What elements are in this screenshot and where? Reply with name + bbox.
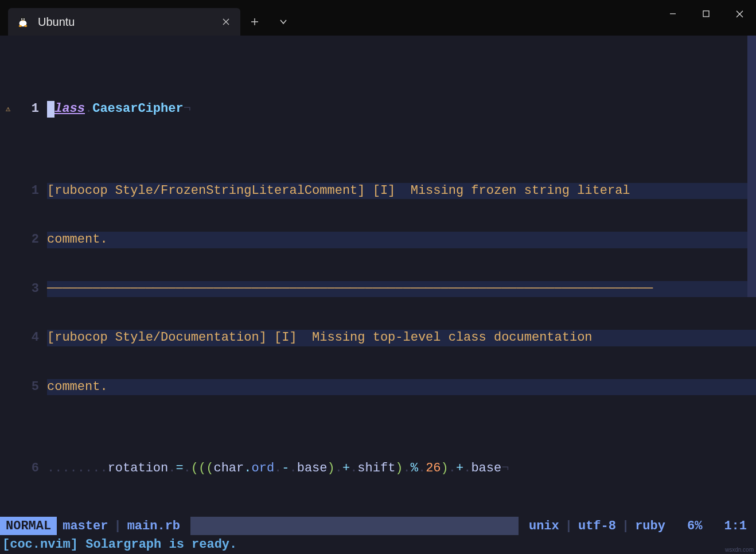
message-line: [coc.nvim] Solargraph is ready. <box>0 535 756 554</box>
editor-viewport[interactable]: ⚠ 1 class.CaesarCipher¬ 1[rubocop Style/… <box>0 36 756 517</box>
svg-point-5 <box>22 19 22 19</box>
new-tab-button[interactable] <box>240 8 269 36</box>
lint-message: [rubocop Style/FrozenStringLiteralCommen… <box>47 183 756 200</box>
svg-point-7 <box>19 25 22 27</box>
code-line: ⚠ 1 class.CaesarCipher¬ <box>0 101 756 118</box>
tab-dropdown-button[interactable] <box>269 8 298 36</box>
titlebar: Ubuntu <box>0 0 756 36</box>
svg-rect-9 <box>703 11 709 17</box>
warning-sign-icon: ⚠ <box>0 101 16 118</box>
tux-icon <box>16 15 30 29</box>
scrollbar[interactable] <box>747 36 756 297</box>
file-encoding: utf-8 <box>572 519 622 533</box>
svg-point-6 <box>24 19 24 19</box>
file-format: unix <box>523 519 565 533</box>
file-type: ruby <box>629 519 671 533</box>
cursor <box>47 101 54 118</box>
vim-mode: NORMAL <box>0 517 57 535</box>
minimize-button[interactable] <box>656 0 689 28</box>
tab-label: Ubuntu <box>38 15 215 29</box>
window-close-button[interactable] <box>723 0 756 28</box>
lint-separator: ────────────────────────────────────────… <box>47 281 756 298</box>
statusline: NORMAL master | main.rb unix | utf-8 | r… <box>0 517 756 535</box>
maximize-button[interactable] <box>689 0 723 28</box>
svg-point-8 <box>24 25 28 27</box>
terminal-tab-ubuntu[interactable]: Ubuntu <box>8 8 240 36</box>
file-name: main.rb <box>122 519 186 533</box>
line-number: 1 <box>16 101 47 118</box>
tab-close-button[interactable] <box>215 11 237 33</box>
cursor-position: 1:1 <box>708 519 756 533</box>
git-branch: master <box>57 519 114 533</box>
scroll-percent: 6% <box>671 519 708 533</box>
watermark: wsxdn.com <box>725 547 754 553</box>
lint-message: [rubocop Style/Documentation] [I] Missin… <box>47 330 756 346</box>
window-controls <box>656 0 756 36</box>
